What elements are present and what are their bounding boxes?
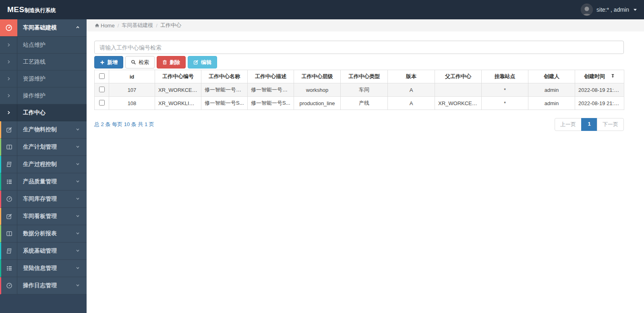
sidebar-group-operation-log[interactable]: 操作日志管理: [0, 277, 87, 294]
chevron-down-icon: [75, 230, 80, 237]
table-footer: 总 2 条 每页 10 条 共 1 页 上一页 1 下一页: [94, 118, 624, 131]
cell-code: XR_WORKCEN...: [155, 83, 201, 97]
column-header-station: 挂靠站点: [482, 70, 528, 83]
cell-level: production_line: [294, 97, 341, 110]
book-icon: [1, 243, 17, 259]
column-header-name: 工作中心名称: [201, 70, 248, 83]
next-page-button[interactable]: 下一页: [597, 118, 624, 131]
chevron-down-icon: [75, 195, 80, 203]
add-button[interactable]: 新增: [94, 56, 123, 68]
table-header-row: id 工作中心编号 工作中心名称 工作中心描述 工作中心层级 工作中心类型 版本…: [95, 70, 624, 83]
breadcrumb-home-link[interactable]: Home: [95, 23, 115, 29]
sidebar-item-process-route[interactable]: 工艺路线: [0, 54, 87, 70]
sidebar-item-label: 站点维护: [17, 41, 87, 49]
pagination: 上一页 1 下一页: [555, 118, 624, 131]
person-icon: [581, 4, 593, 16]
breadcrumb-separator: /: [118, 23, 119, 29]
sidebar-item-site-maintenance[interactable]: 站点维护: [0, 37, 87, 54]
sidebar-group-label: 登陆信息管理: [17, 265, 75, 272]
cell-level: workshop: [294, 83, 341, 97]
sidebar-group-workshop-modeling[interactable]: 车间基础建模: [0, 19, 87, 37]
sidebar-group-label: 生产计划管理: [17, 143, 75, 151]
sidebar-group-inventory-management[interactable]: 车间库存管理: [0, 191, 87, 208]
sidebar-group-material-control[interactable]: 生产物料控制: [0, 121, 87, 139]
user-avatar[interactable]: [581, 4, 593, 16]
select-all-cell: [95, 70, 109, 83]
sidebar-item-label: 工作中心: [17, 109, 87, 116]
row-checkbox[interactable]: [99, 100, 105, 106]
book-icon: [1, 156, 17, 173]
brand-rest: 制造执行系统: [25, 7, 56, 14]
chevron-right-icon: [0, 70, 17, 87]
sidebar-group-label: 车间库存管理: [17, 195, 75, 203]
cell-code: XR_WORKLINE...: [155, 97, 201, 110]
delete-button-label: 删除: [170, 59, 180, 66]
sidebar-group-label: 生产物料控制: [17, 126, 75, 133]
sidebar-group-data-reports[interactable]: 数据分析报表: [0, 225, 87, 243]
row-checkbox[interactable]: [99, 87, 105, 92]
edit-button[interactable]: 编辑: [188, 56, 217, 68]
table-row[interactable]: 108 XR_WORKLINE... 修一智能一号S... 修一智能一号S...…: [95, 97, 624, 110]
topbar: MES制造执行系统 site:* , admin: [0, 0, 644, 19]
plus-icon: [100, 60, 105, 65]
sidebar-group-label: 生产过程控制: [17, 161, 75, 168]
chevron-right-icon: [0, 104, 17, 121]
cell-version: A: [388, 83, 435, 97]
cell-station: *: [482, 97, 528, 110]
cell-id: 108: [109, 97, 155, 110]
sidebar-group-process-control[interactable]: 生产过程控制: [0, 156, 87, 173]
dashboard-icon: [1, 277, 17, 294]
sidebar-group-label: 产品质量管理: [17, 178, 75, 185]
search-button-label: 检索: [139, 59, 149, 66]
cell-creator: admin: [528, 83, 575, 97]
cell-desc: 修一智能一号S...: [248, 97, 294, 110]
chevron-down-icon: [75, 143, 80, 151]
columns-icon: [1, 225, 17, 242]
search-button[interactable]: 检索: [125, 56, 155, 68]
column-header-created-label: 创建时间: [584, 73, 605, 80]
prev-page-button[interactable]: 上一页: [555, 118, 582, 131]
column-header-type: 工作中心类型: [341, 70, 388, 83]
column-header-version: 版本: [388, 70, 435, 83]
column-header-parent: 父工作中心: [435, 70, 482, 83]
sidebar: 车间基础建模 站点维护 工艺路线 资源维护 操作维护 工作中心 生产物料控制: [0, 19, 87, 313]
delete-button[interactable]: 删除: [157, 56, 186, 68]
brand-bold: MES: [7, 5, 25, 14]
cell-type: 车间: [341, 83, 388, 97]
sidebar-group-plan-management[interactable]: 生产计划管理: [0, 139, 87, 156]
cell-creator: admin: [528, 97, 575, 110]
sidebar-group-kanban-management[interactable]: 车间看板管理: [0, 208, 87, 225]
user-dropdown[interactable]: site:* , admin: [581, 4, 637, 16]
cell-station: *: [482, 83, 528, 97]
sidebar-item-work-center[interactable]: 工作中心: [0, 104, 87, 121]
table-row[interactable]: 107 XR_WORKCEN... 修一智能一号车间 修一智能一号车间 work…: [95, 83, 624, 97]
sidebar-group-label: 操作日志管理: [17, 282, 75, 289]
chevron-down-icon: [75, 161, 80, 168]
chevron-down-icon: [75, 265, 80, 272]
select-all-checkbox[interactable]: [99, 73, 105, 79]
sidebar-group-quality-management[interactable]: 产品质量管理: [0, 173, 87, 191]
main-content: Home / 车间基础建模 / 工作中心 新增 检索 删除 编辑: [87, 19, 644, 313]
sidebar-item-label: 工艺路线: [17, 58, 87, 66]
column-header-id: id: [109, 70, 155, 83]
chevron-down-icon: [75, 178, 80, 185]
cell-name: 修一智能一号车间: [201, 83, 248, 97]
user-label: site:* , admin: [596, 6, 629, 13]
pin-icon[interactable]: [611, 74, 615, 80]
edit-icon: [193, 60, 199, 65]
list-icon: [1, 173, 17, 190]
sidebar-item-label: 资源维护: [17, 75, 87, 83]
cell-type: 产线: [341, 97, 388, 110]
sidebar-group-login-info[interactable]: 登陆信息管理: [0, 260, 87, 277]
sidebar-item-resource-maintenance[interactable]: 资源维护: [0, 70, 87, 87]
toolbar: 新增 检索 删除 编辑: [94, 56, 624, 68]
page-1-button[interactable]: 1: [581, 118, 597, 131]
search-input[interactable]: [94, 41, 624, 54]
sidebar-item-label: 操作维护: [17, 92, 87, 99]
sidebar-item-operation-maintenance[interactable]: 操作维护: [0, 87, 87, 104]
column-header-level: 工作中心层级: [294, 70, 341, 83]
dashboard-icon: [1, 191, 17, 207]
column-header-desc: 工作中心描述: [248, 70, 294, 83]
list-icon: [1, 260, 17, 277]
sidebar-group-system-management[interactable]: 系统基础管理: [0, 243, 87, 260]
